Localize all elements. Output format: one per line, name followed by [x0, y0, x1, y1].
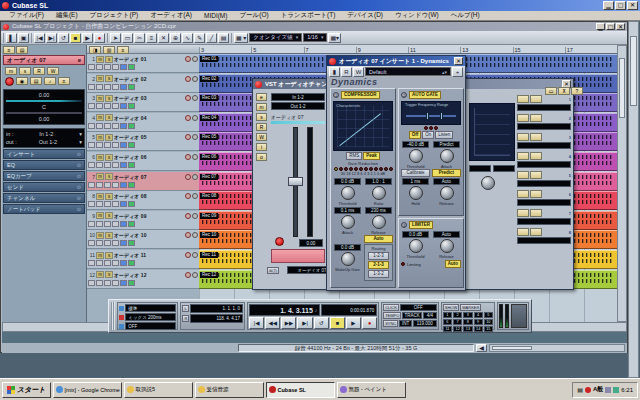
- channel-strip-button-m[interactable]: m: [256, 103, 267, 111]
- range-tool-icon[interactable]: ▭: [122, 33, 133, 43]
- send-slot[interactable]: 2: [517, 114, 571, 130]
- limiter-auto-button[interactable]: Auto: [445, 260, 461, 268]
- channel-copy-icon[interactable]: ▭: [545, 87, 557, 95]
- track-mute-button[interactable]: m: [96, 134, 104, 141]
- calibrate-button[interactable]: Calibrate: [401, 169, 430, 177]
- workspace-scrollbar[interactable]: [628, 21, 639, 378]
- send-value-bar[interactable]: [517, 161, 571, 168]
- routing-option[interactable]: 1-2-3: [368, 252, 389, 260]
- track-read-icon[interactable]: [96, 201, 103, 207]
- track-mute-button[interactable]: m: [96, 252, 104, 259]
- marker-button[interactable]: 7: [453, 319, 462, 325]
- track-output-icon[interactable]: [128, 64, 135, 70]
- Ratio-value[interactable]: 1.0 : 1: [365, 178, 392, 185]
- menu-item-2[interactable]: プロジェクト(P): [84, 11, 145, 20]
- track-row[interactable]: 10msオーディオ 10: [87, 230, 199, 249]
- menu-item-7[interactable]: デバイス(D): [341, 11, 389, 20]
- Release-value[interactable]: Auto: [433, 178, 460, 185]
- predict-button[interactable]: Predict: [432, 169, 461, 177]
- track-write-icon[interactable]: [104, 123, 111, 129]
- track-monitor-icon[interactable]: [192, 134, 198, 140]
- track-lock-icon[interactable]: [112, 123, 119, 129]
- track-output-icon[interactable]: [128, 280, 135, 286]
- attack-knob[interactable]: [341, 215, 355, 229]
- project-window-titlebar[interactable]: Cubase SL プロジェクト - 自作曲コンピレーション 2CD.cpr ▁…: [1, 22, 627, 31]
- pointer-tool-icon[interactable]: ➤: [110, 33, 121, 43]
- send-slot[interactable]: 7: [517, 209, 571, 225]
- track-row[interactable]: 6msオーディオ 06: [87, 152, 199, 171]
- track-lock-icon[interactable]: [112, 201, 119, 207]
- channel-strip-button-s[interactable]: s: [256, 113, 267, 121]
- dynamics-write-icon[interactable]: W: [353, 67, 364, 77]
- track-input-icon[interactable]: [120, 280, 127, 286]
- timeline-ruler[interactable]: 357911131517: [199, 45, 617, 54]
- track-mute-button[interactable]: m: [96, 232, 104, 239]
- track-solo-button[interactable]: s: [105, 212, 113, 219]
- send-on-icon[interactable]: [517, 114, 529, 122]
- track-read-icon[interactable]: [96, 260, 103, 266]
- send-slot[interactable]: 1: [517, 95, 571, 111]
- channel-strip-button-e[interactable]: e: [256, 93, 267, 101]
- track-output-icon[interactable]: [128, 260, 135, 266]
- goto-end-button[interactable]: ▶|: [297, 317, 312, 329]
- Release-value[interactable]: Auto: [433, 231, 460, 238]
- track-record-icon[interactable]: [185, 174, 191, 180]
- tempo-value[interactable]: 119.000: [413, 320, 437, 327]
- track-monitor-icon[interactable]: [192, 115, 198, 121]
- track-solo-button[interactable]: s: [105, 193, 113, 200]
- send-slot[interactable]: 6: [517, 190, 571, 206]
- track-write-icon[interactable]: [104, 182, 111, 188]
- send-on-icon[interactable]: [517, 209, 529, 217]
- taskbar-task-1[interactable]: 取扱説5: [124, 382, 193, 398]
- track-edit-icon[interactable]: [88, 240, 95, 246]
- track-record-icon[interactable]: [185, 213, 191, 219]
- Hold-value[interactable]: 1 ms: [402, 178, 429, 185]
- track-lock-icon[interactable]: [112, 260, 119, 266]
- menu-item-3[interactable]: オーディオ(A): [144, 11, 198, 20]
- track-monitor-icon[interactable]: [192, 252, 198, 258]
- track-write-icon[interactable]: [104, 162, 111, 168]
- track-input-icon[interactable]: [120, 201, 127, 207]
- read-button[interactable]: R: [33, 67, 45, 75]
- snap-grid-icon[interactable]: ▦ ▾: [234, 33, 248, 43]
- send-slot[interactable]: 8: [517, 228, 571, 244]
- inspector-section-2[interactable]: EQカーブ⊙: [3, 171, 85, 181]
- track-record-icon[interactable]: [185, 193, 191, 199]
- quantize-value-dropdown[interactable]: 1/16▾: [303, 33, 327, 42]
- track-mute-button[interactable]: m: [96, 193, 104, 200]
- track-edit-icon[interactable]: [88, 280, 95, 286]
- glue-tool-icon[interactable]: ≡: [146, 33, 157, 43]
- track-output-icon[interactable]: [128, 182, 135, 188]
- send-pre-icon[interactable]: [530, 228, 542, 236]
- volume-pan-display[interactable]: 0.00 C 0.00: [3, 89, 85, 125]
- menu-item-0[interactable]: ファイル(F): [3, 11, 50, 20]
- track-lock-icon[interactable]: [112, 64, 119, 70]
- makeup-gain-knob[interactable]: [341, 252, 355, 266]
- track-solo-button[interactable]: s: [105, 252, 113, 259]
- track-monitor-icon[interactable]: [192, 232, 198, 238]
- project-minimize-icon[interactable]: ▁: [596, 23, 605, 30]
- write-button[interactable]: W: [47, 67, 59, 75]
- track-solo-button[interactable]: s: [105, 114, 113, 121]
- taskbar-task-3[interactable]: Cubase SL: [266, 382, 335, 398]
- track-row[interactable]: 7msオーディオ 07: [87, 172, 199, 191]
- zoom-tool-icon[interactable]: ⊕: [170, 33, 181, 43]
- track-input-icon[interactable]: [120, 64, 127, 70]
- track-record-icon[interactable]: [185, 232, 191, 238]
- overview-toggle-icon[interactable]: ▣: [18, 33, 29, 43]
- click-value[interactable]: OFF: [400, 304, 437, 311]
- track-record-icon[interactable]: [185, 154, 191, 160]
- start-button[interactable]: スタート: [2, 382, 51, 398]
- vertical-scrollbar-thumb[interactable]: [619, 58, 625, 118]
- track-monitor-icon[interactable]: [192, 95, 198, 101]
- ime-tools-icon[interactable]: [605, 387, 611, 393]
- taskbar-task-4[interactable]: 無題 - ペイント: [337, 382, 406, 398]
- Release-value[interactable]: 230 ms: [365, 207, 392, 214]
- track-input-icon[interactable]: [120, 162, 127, 168]
- dynamics-close-icon[interactable]: ✕: [454, 57, 463, 65]
- inspector-section-0[interactable]: インサート⊙: [3, 149, 85, 159]
- track-record-icon[interactable]: [185, 76, 191, 82]
- marker-button[interactable]: 13: [463, 326, 472, 332]
- channel-output-routing[interactable]: Out 1-2: [271, 102, 325, 110]
- track-write-icon[interactable]: [104, 64, 111, 70]
